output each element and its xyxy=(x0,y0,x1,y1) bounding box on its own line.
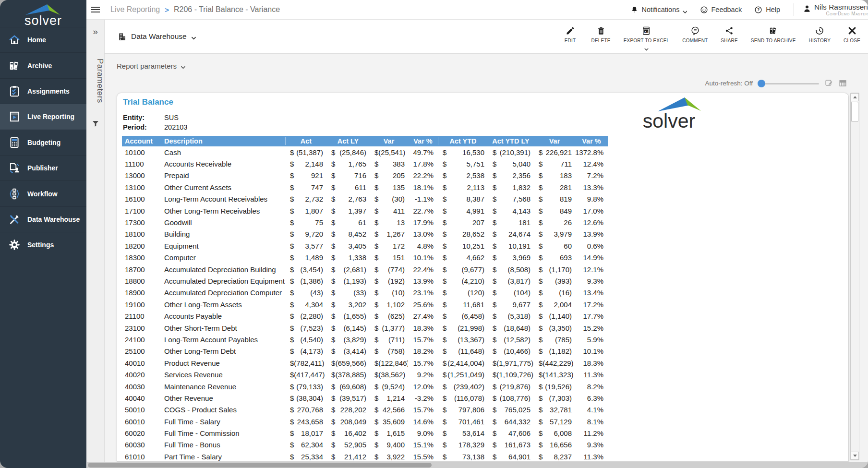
data-warehouse-icon xyxy=(8,213,21,226)
action-label: CLOSE xyxy=(844,38,860,43)
cell-amount: $(39,517) xyxy=(326,394,370,402)
cell-description: Part Time - Salary xyxy=(161,453,285,461)
cell-description: Accumulated Depreciation Computer xyxy=(161,288,285,297)
vertical-scrollbar[interactable] xyxy=(850,93,859,460)
user-org: CorpDemo Master xyxy=(814,11,868,16)
sidebar-item-workflow[interactable]: Workflow xyxy=(0,180,86,206)
sidebar-item-home[interactable]: Home xyxy=(0,27,86,52)
auto-refresh-slider[interactable] xyxy=(758,80,819,87)
column-header-act: Act xyxy=(285,137,326,145)
sidebar-item-live-reporting[interactable]: Live Reporting xyxy=(0,104,86,129)
cell-description: Long-Term Account Receivables xyxy=(161,195,285,203)
cell-percent: 4.1% xyxy=(575,406,608,414)
scroll-down-icon[interactable] xyxy=(851,452,859,460)
cell-amount: $(711) xyxy=(370,336,408,344)
chevron-down-icon xyxy=(191,34,196,39)
cell-percent: 13.4% xyxy=(575,288,608,297)
table-header: AccountDescriptionActAct LYVarVar %Act Y… xyxy=(122,136,608,146)
column-header-actytd: Act YTD xyxy=(438,137,488,145)
sidebar-item-assignments[interactable]: Assignments xyxy=(0,78,86,104)
sidebar-item-label: Publisher xyxy=(27,164,58,172)
cell-amount: $57,129 xyxy=(534,418,575,426)
cell-description: Other Long-Term Assets xyxy=(161,300,285,309)
action-label: HISTORY xyxy=(809,38,831,43)
expand-panel-icon[interactable]: » xyxy=(86,26,104,37)
sidebar-item-label: Live Reporting xyxy=(27,113,74,120)
cell-amount: $(38,562) xyxy=(370,371,408,379)
slider-knob[interactable] xyxy=(758,80,765,87)
cell-amount: $8,387 xyxy=(438,195,488,203)
sidebar-item-data-warehouse[interactable]: Data Warehouse xyxy=(0,206,86,232)
parameters-panel-label[interactable]: Parameters xyxy=(86,45,105,117)
table-row: 40020Services Revenue$(417,447)$(378,885… xyxy=(122,369,608,380)
table-row: 23100Other Short-Term Debt$(7,523)$(6,14… xyxy=(122,322,608,334)
cell-amount: $(758) xyxy=(370,347,408,355)
bell-icon xyxy=(630,6,639,14)
history-button[interactable]: HISTORY xyxy=(809,26,831,43)
cell-amount: $(122,846) xyxy=(370,359,408,367)
funnel-icon[interactable] xyxy=(91,120,100,128)
export-to-excel-button[interactable]: X↓EXPORT TO EXCEL xyxy=(624,26,670,47)
cell-account: 11100 xyxy=(122,160,161,168)
scroll-up-icon[interactable] xyxy=(851,93,859,101)
breadcrumb-section[interactable]: Live Reporting xyxy=(110,5,160,14)
cell-amount: $207 xyxy=(438,218,488,227)
vertical-scroll-thumb[interactable] xyxy=(851,102,858,122)
breadcrumb-title: R206 - Trial Balance - Variance xyxy=(174,5,280,14)
column-header-actytdly: Act YTD LY xyxy=(488,137,534,145)
cell-description: Full Time - Commission xyxy=(161,429,285,437)
cell-amount: $178,329 xyxy=(438,441,488,449)
cell-amount: $62,304 xyxy=(285,441,326,449)
cell-percent: 17.0% xyxy=(575,207,608,215)
cell-amount: $(16) xyxy=(534,288,575,297)
horizontal-scroll-thumb[interactable] xyxy=(88,463,432,468)
close-button[interactable]: CLOSE xyxy=(844,26,860,43)
cell-amount: $1,338 xyxy=(326,253,370,262)
cell-amount: $(8,508) xyxy=(488,265,534,274)
topbar-help-button[interactable]: ?Help xyxy=(754,6,780,14)
sidebar-item-publisher[interactable]: Publisher xyxy=(0,155,86,180)
cell-percent: 22.2% xyxy=(408,171,438,180)
cell-amount: $(1,251,049) xyxy=(438,371,488,379)
cell-amount: $228,202 xyxy=(326,406,370,414)
cell-amount: $(192) xyxy=(370,277,408,285)
user-menu[interactable]: Nils Rasmussen CorpDemo Master xyxy=(803,3,868,16)
data-source-selector[interactable]: Data Warehouse xyxy=(118,32,196,41)
sidebar-item-archive[interactable]: Archive xyxy=(0,52,86,78)
horizontal-scrollbar[interactable] xyxy=(87,462,868,468)
topbar-feedback-button[interactable]: Feedback xyxy=(700,6,742,14)
cell-percent: 9.3% xyxy=(575,277,608,285)
send-to-archive-button[interactable]: SEND TO ARCHIVE xyxy=(751,26,796,43)
table-grid-icon[interactable] xyxy=(839,79,847,87)
workflow-icon xyxy=(8,188,21,200)
table-row: 17100Other Long-Term Receivables$1,807$1… xyxy=(122,205,608,216)
edit-button[interactable]: EDIT xyxy=(562,26,579,43)
hamburger-menu-icon[interactable] xyxy=(91,7,100,13)
cell-amount: $(417,447) xyxy=(285,371,326,379)
cell-account: 17300 xyxy=(122,218,161,227)
topbar-notifications-button[interactable]: Notifications xyxy=(630,6,687,14)
table-row: 50010COGS - Product Sales$270,768$228,20… xyxy=(122,404,608,416)
cell-amount: $(1,377) xyxy=(370,324,408,332)
cell-amount: $73,138 xyxy=(438,453,488,461)
report-parameters-toggle[interactable]: Report parameters xyxy=(117,62,186,70)
cell-percent: 15.5% xyxy=(408,453,438,461)
cell-account: 21100 xyxy=(122,312,161,320)
delete-button[interactable]: DELETE xyxy=(591,26,611,43)
cell-percent: 13.3% xyxy=(575,183,608,192)
cell-amount: $693 xyxy=(534,253,575,262)
cell-percent: 18.1% xyxy=(408,183,438,192)
smiley-icon xyxy=(700,6,708,14)
cell-amount: $(6,145) xyxy=(326,324,370,332)
cell-percent: 22.4% xyxy=(408,265,438,274)
cell-amount: $5,040 xyxy=(488,160,534,168)
sidebar-item-settings[interactable]: Settings xyxy=(0,232,86,257)
cell-amount: $7,568 xyxy=(488,195,534,203)
cell-amount: $161,673 xyxy=(488,441,534,449)
checkbox-edit-icon[interactable] xyxy=(825,79,833,87)
sidebar-item-budgeting[interactable]: Budgeting xyxy=(0,130,86,155)
comment-button[interactable]: COMMENT xyxy=(682,26,708,43)
cell-description: Other Long-Term Receivables xyxy=(161,207,285,215)
share-button[interactable]: SHARE xyxy=(721,26,737,43)
cell-amount: $(116,078) xyxy=(438,394,488,402)
